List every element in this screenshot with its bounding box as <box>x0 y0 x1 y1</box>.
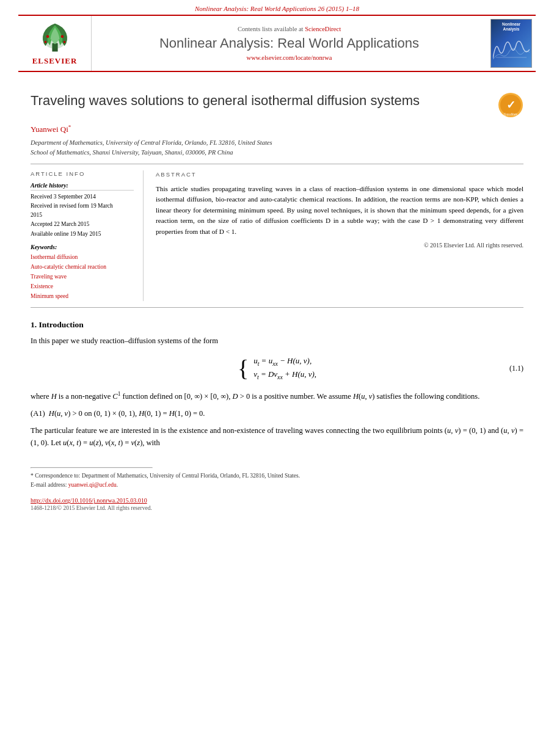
abstract-col: ABSTRACT This article studies propagatin… <box>156 170 523 302</box>
article-title-text: Traveling waves solutions to general iso… <box>31 92 492 110</box>
footnote-star-text: * Correspondence to: Department of Mathe… <box>31 473 300 479</box>
equation-1-1-block: { ut = uxx − H(u, v), vt = Dvxx + H(u, v… <box>31 356 523 380</box>
article-title-area: Traveling waves solutions to general iso… <box>31 92 523 118</box>
author-sup: * <box>68 124 71 130</box>
copyright-footer: 1468-1218/© 2015 Elsevier Ltd. All right… <box>31 505 523 511</box>
journal-header: ELSEVIER Contents lists available at Sci… <box>18 15 536 72</box>
equation-system: { ut = uxx − H(u, v), vt = Dvxx + H(u, v… <box>238 356 316 380</box>
svg-point-2 <box>46 35 49 38</box>
intro-para-2: where H is a non-negative C1 function de… <box>31 390 523 402</box>
page: Nonlinear Analysis: Real World Applicati… <box>0 0 554 756</box>
divider-2 <box>31 307 523 308</box>
condition-a1: (A1) H(u, v) > 0 on (0, 1) × (0, 1), H(0… <box>31 407 523 420</box>
elsevier-logo-area: ELSEVIER <box>18 16 92 71</box>
journal-url[interactable]: www.elsevier.com/locate/nonrwa <box>247 54 332 61</box>
equation-line-2: vt = Dvxx + H(u, v), <box>253 369 316 380</box>
article-info-col: ARTICLE INFO Article history: Received 3… <box>31 170 144 302</box>
intro-para-1: In this paper we study reaction–diffusio… <box>31 335 523 347</box>
journal-cover-area: NonlinearAnalysis <box>487 16 536 71</box>
footnote-email-label: E-mail address: <box>31 482 68 488</box>
abstract-header: ABSTRACT <box>156 170 523 179</box>
author-name: Yuanwei Qi* <box>31 124 523 134</box>
intro-para-3: The particular feature we are interested… <box>31 424 523 449</box>
system-equations: ut = uxx − H(u, v), vt = Dvxx + H(u, v), <box>253 356 316 380</box>
contents-line: Contents lists available at ScienceDirec… <box>238 26 341 32</box>
elsevier-brand-text: ELSEVIER <box>32 56 78 66</box>
elsevier-tree-icon <box>34 21 76 54</box>
article-dates: Received 3 September 2014 Received in re… <box>31 192 134 239</box>
abstract-text: This article studies propagating traveli… <box>156 184 523 237</box>
doi-link[interactable]: http://dx.doi.org/10.1016/j.nonrwa.2015.… <box>31 497 147 504</box>
crossmark-badge: ✓ CrossMark <box>498 92 523 118</box>
cover-wave-chart <box>493 34 530 62</box>
doi-section: http://dx.doi.org/10.1016/j.nonrwa.2015.… <box>31 497 523 504</box>
journal-reference: Nonlinear Analysis: Real World Applicati… <box>195 5 359 12</box>
journal-cover-image: NonlinearAnalysis <box>490 19 532 68</box>
article-content: Traveling waves solutions to general iso… <box>0 72 554 523</box>
affiliations: Department of Mathematics, University of… <box>31 138 523 158</box>
footnote-divider <box>31 467 153 468</box>
svg-point-4 <box>44 41 46 43</box>
svg-rect-6 <box>496 57 527 57</box>
article-info-header: ARTICLE INFO <box>31 170 134 177</box>
journal-name-header: Nonlinear Analysis: Real World Applicati… <box>159 35 419 51</box>
sciencedirect-link[interactable]: ScienceDirect <box>305 26 341 32</box>
svg-point-3 <box>60 35 64 38</box>
equation-number-1-1: (1.1) <box>509 364 523 373</box>
svg-point-5 <box>63 41 65 43</box>
brace-char: { <box>238 357 249 380</box>
abstract-copyright: © 2015 Elsevier Ltd. All rights reserved… <box>156 241 523 250</box>
journal-header-center: Contents lists available at ScienceDirec… <box>92 16 487 71</box>
equation-line-1: ut = uxx − H(u, v), <box>253 356 316 367</box>
affiliation-2: School of Mathematics, Shanxi University… <box>31 148 523 158</box>
section-1-title: 1. Introduction <box>31 320 523 330</box>
footnote-email-link[interactable]: yuanwei.qi@ucf.edu <box>68 482 117 488</box>
two-col-section: ARTICLE INFO Article history: Received 3… <box>31 170 523 302</box>
keywords-title: Keywords: <box>31 244 134 250</box>
affiliation-1: Department of Mathematics, University of… <box>31 138 523 148</box>
svg-text:✓: ✓ <box>506 99 516 111</box>
footnote: * Correspondence to: Department of Mathe… <box>31 471 523 490</box>
cover-title: NonlinearAnalysis <box>502 22 520 32</box>
divider-1 <box>31 164 523 164</box>
article-history-title: Article history: <box>31 182 134 191</box>
keywords-list: Isothermal diffusion Auto-catalytic chem… <box>31 252 134 302</box>
journal-top-bar: Nonlinear Analysis: Real World Applicati… <box>0 0 554 15</box>
svg-text:CrossMark: CrossMark <box>504 113 518 116</box>
